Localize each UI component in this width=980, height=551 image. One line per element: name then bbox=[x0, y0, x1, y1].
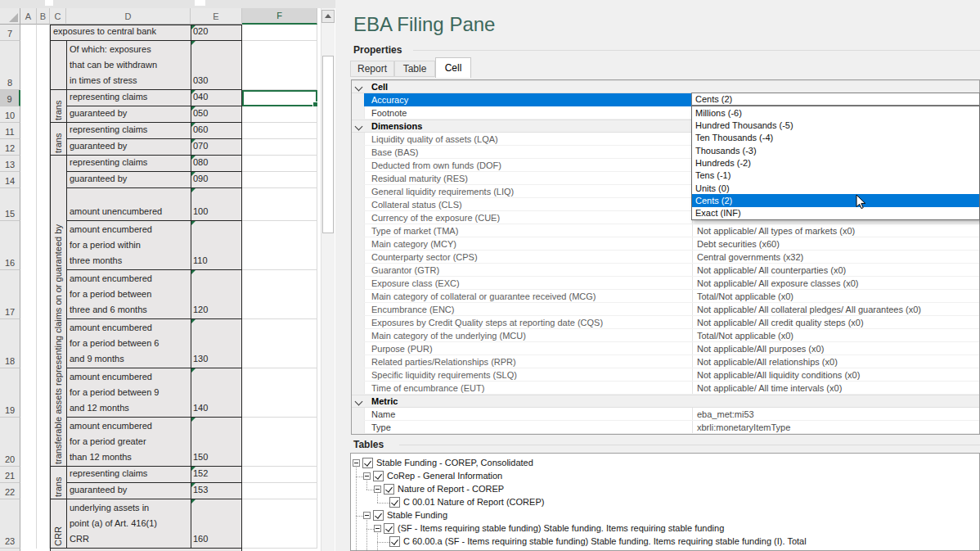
cell-E12[interactable]: 070 bbox=[191, 139, 242, 156]
cell-C23[interactable] bbox=[50, 499, 66, 549]
property-row-name[interactable]: Nameeba_met:mi53 bbox=[352, 408, 979, 421]
cell-B18[interactable] bbox=[37, 319, 50, 368]
dropdown-option-thousands-3-[interactable]: Thousands (-3) bbox=[692, 144, 979, 156]
cell-A19[interactable] bbox=[20, 368, 37, 418]
scroll-up-icon[interactable] bbox=[321, 10, 335, 23]
cell-D9[interactable]: representing claims bbox=[66, 90, 191, 106]
cell-C17[interactable] bbox=[50, 270, 66, 319]
cell-E13[interactable]: 080 bbox=[191, 156, 242, 172]
cell-E20[interactable]: 150 bbox=[191, 418, 242, 467]
cell-F10[interactable] bbox=[242, 106, 317, 123]
cell-D20[interactable]: amount encumbered for a period greater t… bbox=[66, 418, 191, 467]
cell-D11[interactable]: representing claims bbox=[66, 123, 191, 139]
cell-B14[interactable] bbox=[37, 172, 50, 188]
tree-item-label[interactable]: Stable Funding - COREP, Consolidated bbox=[376, 458, 533, 467]
property-row-purpose-pur-[interactable]: Purpose (PUR)Not applicable/All purposes… bbox=[352, 342, 979, 355]
tree-item-3[interactable]: C 00.01 Nature of Report (COREP) bbox=[351, 496, 979, 509]
cell-E19[interactable]: 140 bbox=[191, 368, 242, 418]
tree-item-6[interactable]: C 60.00.a (SF - Items requiring stable f… bbox=[351, 535, 979, 549]
cell-F23[interactable] bbox=[242, 499, 317, 549]
property-row-exposure-class-exc-[interactable]: Exposure class (EXC)Not applicable/ All … bbox=[352, 277, 979, 290]
collapse-minus-icon[interactable] bbox=[353, 459, 360, 467]
cell-E16[interactable]: 110 bbox=[191, 221, 242, 270]
cell-D16[interactable]: amount encumbered for a period within th… bbox=[66, 221, 191, 270]
cell-F11[interactable] bbox=[242, 123, 317, 139]
cell-B22[interactable] bbox=[37, 483, 50, 499]
cell-C11[interactable] bbox=[50, 123, 66, 139]
property-row-time-of-encumbrance-eut-[interactable]: Time of encumbrance (EUT)Not applicable/… bbox=[352, 382, 979, 395]
accuracy-value-editor[interactable]: Cents (2) bbox=[691, 93, 980, 106]
cell-A14[interactable] bbox=[20, 172, 37, 188]
row-header-21[interactable]: 21 bbox=[0, 467, 20, 483]
tree-item-label[interactable]: (SF - Items requiring stable funding) St… bbox=[398, 523, 724, 533]
cell-C18[interactable] bbox=[50, 319, 66, 368]
row-header-19[interactable]: 19 bbox=[0, 368, 20, 418]
tree-item-0[interactable]: Stable Funding - COREP, Consolidated bbox=[351, 457, 979, 470]
row-header-9[interactable]: 9 bbox=[0, 90, 20, 106]
column-header-e[interactable]: E bbox=[191, 8, 242, 25]
property-row-main-category-of-collateral-or-guarantee-received-mcg-[interactable]: Main category of collateral or guarantee… bbox=[352, 290, 979, 303]
dropdown-option-tens-1-[interactable]: Tens (-1) bbox=[692, 169, 979, 182]
tree-item-label[interactable]: CoRep - General Information bbox=[387, 471, 502, 481]
cell-F14[interactable] bbox=[242, 172, 317, 188]
cell-C16[interactable] bbox=[50, 221, 66, 270]
column-header-c[interactable]: C bbox=[50, 8, 66, 25]
cell-D19[interactable]: amount encumbered for a period between 9… bbox=[66, 368, 191, 418]
cell-E14[interactable]: 090 bbox=[191, 172, 242, 188]
cell-B23[interactable] bbox=[37, 499, 50, 549]
cell-B8[interactable] bbox=[37, 41, 50, 90]
cell-E7[interactable]: 020 bbox=[191, 25, 242, 41]
cell-F17[interactable] bbox=[242, 270, 317, 319]
cell-C8[interactable] bbox=[50, 41, 66, 90]
cell-A12[interactable] bbox=[20, 139, 37, 156]
cell-F8[interactable] bbox=[242, 41, 317, 90]
cell-F19[interactable] bbox=[242, 368, 317, 418]
cell-B13[interactable] bbox=[37, 156, 50, 172]
cell-E22[interactable]: 153 bbox=[191, 483, 242, 499]
cell-D7[interactable]: exposures to central bank bbox=[50, 25, 191, 41]
row-header-10[interactable]: 10 bbox=[0, 106, 20, 123]
tab-report[interactable]: Report bbox=[350, 61, 394, 77]
row-header-12[interactable]: 12 bbox=[0, 139, 20, 156]
cell-A9[interactable] bbox=[20, 90, 37, 106]
group-header-metric[interactable]: Metric bbox=[352, 395, 979, 408]
row-header-23[interactable]: 23 bbox=[0, 499, 20, 549]
cell-B9[interactable] bbox=[37, 90, 50, 106]
tree-item-label[interactable]: C 00.01 Nature of Report (COREP) bbox=[403, 497, 544, 507]
row-header-11[interactable]: 11 bbox=[0, 123, 20, 139]
dropdown-option-ten-thousands-4-[interactable]: Ten Thousands (-4) bbox=[692, 132, 979, 144]
tree-item-label[interactable]: C 60.00.a (SF - Items requiring stable f… bbox=[403, 536, 807, 546]
row-header-18[interactable]: 18 bbox=[0, 319, 20, 368]
cell-B10[interactable] bbox=[37, 106, 50, 123]
cell-C22[interactable] bbox=[50, 483, 66, 499]
cell-B11[interactable] bbox=[37, 123, 50, 139]
property-row-exposures-by-credit-quality-steps-at-reporting-date-cqs-[interactable]: Exposures by Credit Quality steps at rep… bbox=[352, 316, 979, 329]
tab-cell[interactable]: Cell bbox=[435, 57, 471, 78]
cell-B12[interactable] bbox=[37, 139, 50, 156]
property-row-main-category-mcy-[interactable]: Main category (MCY)Debt securities (x60) bbox=[352, 237, 979, 251]
cell-D12[interactable]: guaranteed by bbox=[66, 139, 191, 156]
cell-C9[interactable] bbox=[50, 90, 66, 106]
cell-B15[interactable] bbox=[37, 188, 50, 221]
property-row-related-parties-relationships-rpr-[interactable]: Related parties/Relationships (RPR)Not a… bbox=[352, 355, 979, 368]
cell-A20[interactable] bbox=[20, 418, 37, 467]
cell-A13[interactable] bbox=[20, 156, 37, 172]
checked-checkbox-icon[interactable] bbox=[362, 458, 373, 468]
dropdown-option-hundred-thousands-5-[interactable]: Hundred Thousands (-5) bbox=[692, 119, 979, 131]
cell-A22[interactable] bbox=[20, 483, 37, 499]
column-header-a[interactable]: A bbox=[20, 8, 37, 25]
checked-checkbox-icon[interactable] bbox=[373, 471, 384, 481]
column-header-d[interactable]: D bbox=[66, 8, 191, 25]
cell-E10[interactable]: 050 bbox=[191, 106, 242, 123]
cell-C21[interactable] bbox=[50, 467, 66, 483]
cell-D18[interactable]: amount encumbered for a period between 6… bbox=[66, 319, 191, 368]
property-row-type[interactable]: Typexbrli:monetaryItemType bbox=[352, 421, 979, 434]
property-row-encumbrance-enc-[interactable]: Encumbrance (ENC)Not applicable/ All col… bbox=[352, 303, 979, 316]
cell-F21[interactable] bbox=[242, 467, 317, 483]
cell-F16[interactable] bbox=[242, 221, 317, 270]
cell-C12[interactable] bbox=[50, 139, 66, 156]
property-row-guarantor-gtr-[interactable]: Guarantor (GTR)Not applicable/ All count… bbox=[352, 264, 979, 277]
cell-F13[interactable] bbox=[242, 156, 317, 172]
sheet-vertical-scrollbar[interactable] bbox=[321, 8, 335, 551]
dropdown-option-hundreds-2-[interactable]: Hundreds (-2) bbox=[692, 156, 979, 169]
